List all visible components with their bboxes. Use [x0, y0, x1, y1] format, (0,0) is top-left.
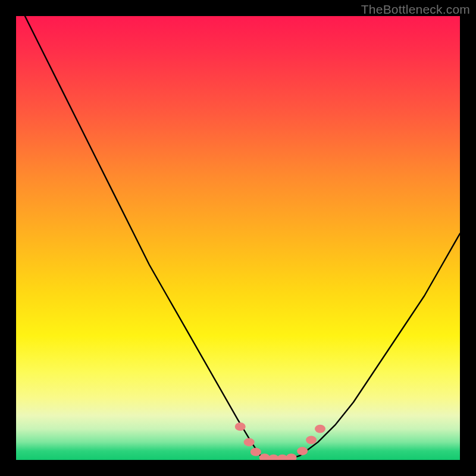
marker-left-marker-upper	[235, 422, 246, 431]
marker-right-marker-mid	[306, 436, 317, 444]
plot-area	[16, 16, 460, 460]
curve-group	[25, 16, 460, 460]
marker-right-marker-low	[297, 447, 308, 455]
marker-left-marker-mid	[244, 438, 255, 446]
markers-group	[235, 422, 325, 460]
chart-svg	[16, 16, 460, 460]
marker-right-marker-upper	[315, 425, 325, 433]
bottleneck-curve	[25, 16, 460, 460]
chart-frame: TheBottleneck.com	[0, 0, 476, 476]
watermark-text: TheBottleneck.com	[361, 2, 470, 17]
marker-left-marker-low	[250, 448, 261, 456]
marker-bottom-4	[286, 453, 297, 460]
